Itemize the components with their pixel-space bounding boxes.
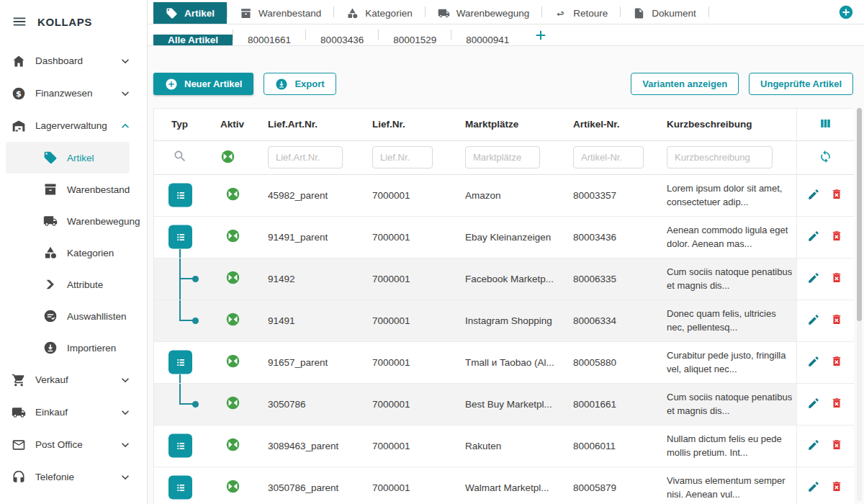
export-button[interactable]: Export — [264, 73, 336, 95]
sidebar-item-warenbewegung[interactable]: Warenbewegung — [6, 205, 130, 237]
kurzbeschreibung-value: Cum sociis natoque penatibus et magnis d… — [667, 390, 793, 418]
lief-nr-value: 7000001 — [372, 482, 410, 493]
column-settings-icon[interactable] — [819, 117, 832, 130]
filter-kurzbeschreibung-input[interactable] — [667, 146, 773, 168]
delete-button[interactable] — [830, 271, 843, 284]
article-type-list-icon[interactable] — [168, 351, 192, 374]
headset-icon — [12, 470, 26, 485]
import-icon — [43, 341, 58, 355]
truck-icon — [12, 405, 26, 420]
unchecked-articles-button[interactable]: Ungeprüfte Artikel — [749, 73, 853, 95]
article-tab-80000941[interactable]: 80000941 — [451, 35, 523, 45]
sidebar: KOLLAPS Dashboard$FinanzwesenLagerverwal… — [0, 0, 148, 504]
sidebar-item-verkauf[interactable]: Verkauf — [0, 364, 147, 396]
article-type-list-icon[interactable] — [168, 184, 192, 207]
article-tab-label: 80001661 — [248, 35, 291, 45]
article-type-list-icon[interactable] — [168, 434, 192, 458]
edit-button[interactable] — [807, 230, 820, 243]
article-tab-80001529[interactable]: 80001529 — [379, 35, 451, 45]
lief-art-nr-value: 91492 — [268, 274, 295, 284]
sidebar-item-label: Lagerverwaltung — [35, 120, 107, 131]
tab-dokument[interactable]: Dokument — [621, 2, 708, 24]
primary-tabs: ArtikelWarenbestandKategorienWarenbewegu… — [153, 0, 709, 24]
table-row: 45982_parent7000001Amazon80003357Lorem i… — [154, 174, 854, 216]
edit-button[interactable] — [807, 438, 820, 451]
home-icon — [12, 54, 26, 68]
article-tab-80003436[interactable]: 80003436 — [306, 35, 378, 45]
sidebar-item-kategorien[interactable]: Kategorien — [6, 237, 130, 269]
active-status-icon[interactable] — [225, 228, 240, 243]
article-type-list-icon[interactable] — [168, 225, 192, 249]
article-tab-label: 80003436 — [320, 35, 364, 45]
scrollbar-thumb[interactable] — [857, 108, 862, 321]
search-icon[interactable] — [173, 149, 187, 163]
filter-lief-art-nr-input[interactable] — [268, 146, 343, 168]
new-article-button[interactable]: Neuer Artikel — [153, 73, 253, 95]
filter-marktplaetze-input[interactable] — [465, 146, 540, 168]
active-status-icon[interactable] — [225, 270, 240, 285]
cart-icon — [12, 373, 26, 387]
edit-button[interactable] — [807, 188, 820, 201]
sidebar-item-auswahllisten[interactable]: Auswahllisten — [6, 300, 130, 332]
tab-warenbewegung[interactable]: Warenbewegung — [426, 2, 542, 24]
chevron-down-icon — [118, 405, 132, 420]
sidebar-item-artikel[interactable]: Artikel — [6, 142, 130, 174]
table-scrollbar[interactable] — [857, 108, 862, 501]
sidebar-item-dashboard[interactable]: Dashboard — [0, 45, 147, 77]
marktplaetze-value: Ebay Kleinanzeigen — [465, 232, 551, 243]
add-module-tab-button[interactable] — [838, 4, 854, 20]
article-type-list-icon[interactable] — [168, 476, 192, 500]
sidebar-item-lagerverwaltung[interactable]: Lagerverwaltung — [0, 109, 147, 142]
tab-label: Retoure — [573, 8, 608, 19]
sidebar-header: KOLLAPS — [0, 0, 147, 43]
delete-button[interactable] — [830, 438, 843, 451]
delete-button[interactable] — [830, 188, 843, 201]
delete-button[interactable] — [830, 397, 843, 410]
marktplaetze-value: Amazon — [465, 190, 501, 201]
active-status-icon[interactable] — [225, 479, 240, 494]
chevron-down-icon — [118, 373, 132, 387]
tab-warenbestand[interactable]: Warenbestand — [228, 2, 333, 24]
sidebar-item-warenbestand[interactable]: Warenbestand — [6, 174, 130, 205]
svg-text:$: $ — [16, 89, 22, 98]
sidebar-item-telefonie[interactable]: Telefonie — [0, 461, 147, 493]
show-variants-label: Varianten anzeigen — [642, 78, 727, 89]
edit-button[interactable] — [807, 271, 820, 284]
delete-button[interactable] — [830, 480, 843, 493]
edit-button[interactable] — [807, 480, 820, 493]
active-filter-icon[interactable] — [220, 149, 235, 164]
dollar-icon: $ — [12, 86, 26, 101]
tab-artikel[interactable]: Artikel — [153, 2, 227, 24]
active-status-icon[interactable] — [225, 437, 240, 452]
article-tab-alle-artikel[interactable]: Alle Artikel — [153, 35, 233, 45]
tab-label: Kategorien — [365, 8, 412, 19]
delete-button[interactable] — [830, 230, 843, 243]
add-article-tab-button[interactable] — [534, 28, 548, 42]
active-status-icon[interactable] — [225, 312, 240, 327]
table-row: 914927000001Facebook Marketp...80006335C… — [154, 258, 854, 300]
edit-button[interactable] — [807, 355, 820, 368]
articles-table: Typ Aktiv Lief.Art.Nr. Lief.Nr. Marktplä… — [153, 108, 853, 504]
tab-kategorien[interactable]: Kategorien — [334, 2, 424, 24]
sidebar-item-label: Dashboard — [35, 55, 83, 66]
refresh-icon[interactable] — [819, 150, 832, 163]
edit-button[interactable] — [807, 397, 820, 410]
delete-button[interactable] — [830, 313, 843, 326]
sidebar-item-post-office[interactable]: Post Office — [0, 428, 147, 461]
show-variants-button[interactable]: Varianten anzeigen — [631, 73, 739, 95]
menu-icon[interactable] — [12, 14, 27, 30]
article-tab-80001661[interactable]: 80001661 — [233, 35, 305, 45]
active-status-icon[interactable] — [225, 186, 240, 202]
sidebar-item-einkauf[interactable]: Einkauf — [0, 396, 147, 428]
sidebar-item-attribute[interactable]: Attribute — [6, 269, 130, 300]
filter-lief-nr-input[interactable] — [372, 146, 433, 168]
delete-button[interactable] — [830, 355, 843, 368]
download-icon — [275, 78, 288, 91]
active-status-icon[interactable] — [225, 354, 240, 369]
tab-retoure[interactable]: Retoure — [542, 2, 620, 24]
sidebar-item-finanzwesen[interactable]: $Finanzwesen — [0, 77, 147, 109]
filter-artikel-nr-input[interactable] — [573, 146, 644, 168]
edit-button[interactable] — [807, 313, 820, 326]
sidebar-item-importieren[interactable]: Importieren — [6, 332, 130, 364]
active-status-icon[interactable] — [225, 395, 240, 410]
